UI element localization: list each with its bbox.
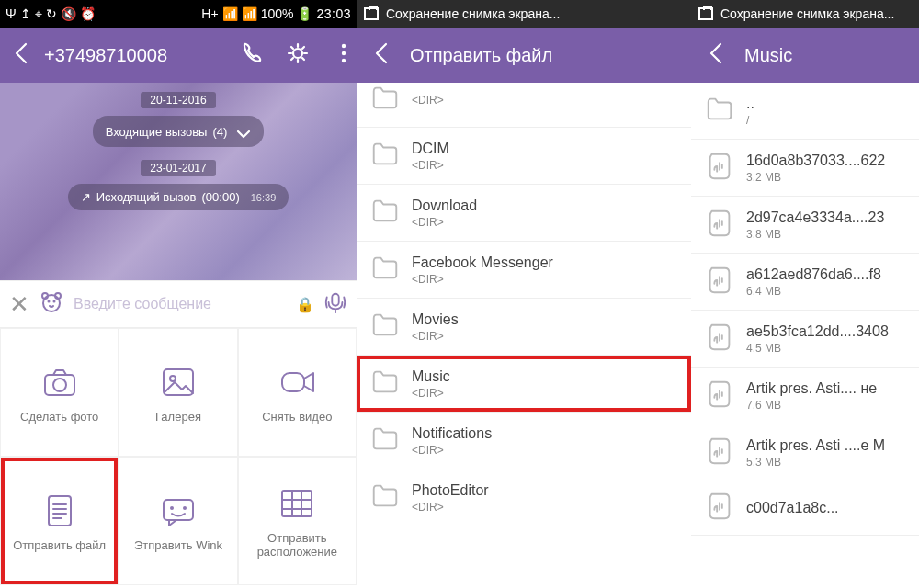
attachment-grid: Сделать фото Галерея Снять видео Отправи…	[0, 328, 357, 585]
screenshot-saving-label: Сохранение снимка экрана...	[386, 6, 560, 21]
list-item[interactable]: Movies<DIR>	[357, 299, 691, 356]
screenshot-icon	[364, 7, 379, 20]
list-item[interactable]: 16d0a8b37033....6223,2 MB	[691, 140, 919, 197]
picker-title: Отправить файл	[410, 45, 552, 66]
list-item[interactable]: DCIM<DIR>	[357, 128, 691, 185]
list-item[interactable]: Facebook Messenger<DIR>	[357, 242, 691, 299]
picker-toolbar: Отправить файл	[357, 28, 691, 83]
list-item[interactable]: ae5b3fca12dd....34084,5 MB	[691, 311, 919, 368]
camera-icon	[40, 362, 80, 402]
file-list[interactable]: ../ 16d0a8b37033....6223,2 MB 2d97ca4e33…	[691, 83, 919, 536]
screen-chat: Ψ ↥ ⌖ ↻ 🔇 ⏰ H+ 📶 📶 100% 🔋 23:03 +3749871…	[0, 0, 357, 588]
mute-icon: 🔇	[61, 7, 76, 20]
battery-text: 100%	[261, 7, 294, 20]
attach-location[interactable]: Отправить расположение	[238, 457, 357, 585]
folder-icon	[704, 94, 735, 129]
folder-icon	[369, 367, 401, 401]
list-item[interactable]: c00d7a1a8c...	[691, 481, 919, 536]
list-item-up[interactable]: ../	[691, 83, 919, 140]
map-icon	[277, 483, 317, 524]
contact-number[interactable]: +37498710008	[44, 45, 239, 66]
folder-icon	[369, 139, 401, 174]
list-item[interactable]: Download<DIR>	[357, 185, 691, 242]
picker-title: Music	[744, 45, 792, 66]
upload-icon: ↥	[20, 7, 31, 20]
back-icon[interactable]	[704, 40, 726, 71]
network-icon: H+	[201, 7, 218, 20]
chat-toolbar: +37498710008	[0, 28, 357, 83]
picker-toolbar: Music	[691, 28, 919, 83]
close-icon[interactable]: ✕	[9, 290, 29, 319]
alarm-icon: ⏰	[80, 7, 96, 20]
list-item[interactable]: a612aed876da6....f86,4 MB	[691, 254, 919, 311]
attach-video[interactable]: Снять видео	[238, 328, 357, 457]
list-item-music[interactable]: Music<DIR>	[357, 356, 691, 413]
list-item[interactable]: <DIR>	[357, 83, 691, 128]
pin-icon: ⌖	[35, 7, 42, 20]
lock-icon[interactable]: 🔒	[296, 296, 314, 313]
audio-file-icon	[704, 435, 735, 470]
image-icon	[158, 362, 199, 402]
highlight-box	[357, 356, 691, 412]
audio-file-icon	[704, 322, 735, 356]
folder-icon	[369, 196, 401, 231]
attach-gallery[interactable]: Галерея	[119, 328, 237, 457]
message-input[interactable]: Введите сообщение	[74, 296, 287, 312]
attach-file[interactable]: Отправить файл	[0, 457, 119, 585]
attach-photo[interactable]: Сделать фото	[0, 328, 119, 457]
chat-body[interactable]: 20-11-2016 Входящие вызовы (4) 23-01-201…	[0, 83, 357, 280]
screen-file-picker: Сохранение снимка экрана... Отправить фа…	[357, 0, 691, 588]
refresh-icon: ↻	[46, 7, 57, 20]
screen-music-folder: Сохранение снимка экрана... Music ../ 16…	[691, 0, 919, 588]
screenshot-icon	[698, 7, 713, 20]
list-item[interactable]: Notifications<DIR>	[357, 413, 691, 469]
list-item[interactable]: Artik pres. Asti.... не7,6 MB	[691, 368, 919, 424]
folder-icon	[369, 253, 401, 288]
composer: ✕ Введите сообщение 🔒	[0, 280, 357, 328]
attach-wink[interactable]: Этправить Wink	[119, 457, 237, 585]
folder-icon	[369, 83, 401, 118]
usb-icon: Ψ	[6, 7, 17, 20]
status-bar: Сохранение снимка экрана...	[357, 0, 691, 28]
audio-file-icon	[704, 265, 735, 300]
settings-icon[interactable]	[285, 40, 311, 70]
more-icon[interactable]	[331, 40, 347, 70]
status-bar: Сохранение снимка экрана...	[691, 0, 919, 28]
back-icon[interactable]	[9, 40, 31, 70]
folder-list[interactable]: <DIR> DCIM<DIR> Download<DIR> Facebook M…	[357, 83, 691, 526]
folder-icon	[369, 424, 401, 458]
list-item[interactable]: PhotoEditor<DIR>	[357, 469, 691, 526]
back-icon[interactable]	[369, 40, 391, 71]
audio-file-icon	[704, 208, 735, 243]
audio-file-icon	[704, 491, 735, 526]
outgoing-call-pill[interactable]: ↗ Исходящий вызов (00:00) 16:39	[68, 184, 289, 210]
battery-icon: 🔋	[297, 7, 312, 20]
incoming-calls-pill[interactable]: Входящие вызовы (4)	[93, 116, 265, 147]
status-bar: Ψ ↥ ⌖ ↻ 🔇 ⏰ H+ 📶 📶 100% 🔋 23:03	[0, 0, 357, 28]
mic-icon[interactable]	[323, 290, 347, 318]
signal-icon: 📶	[222, 7, 238, 20]
list-item[interactable]: 2d97ca4e3334a....233,8 MB	[691, 197, 919, 254]
call-icon[interactable]	[239, 40, 265, 70]
date-separator: 20-11-2016	[141, 92, 215, 108]
signal-icon: 📶	[242, 7, 257, 20]
list-item[interactable]: Artik pres. Asti ....e M5,3 MB	[691, 424, 919, 481]
video-icon	[277, 362, 317, 402]
folder-icon	[369, 310, 401, 345]
sticker-icon[interactable]	[39, 289, 64, 319]
audio-file-icon	[704, 379, 735, 413]
audio-file-icon	[704, 151, 735, 186]
date-separator: 23-01-2017	[141, 160, 215, 176]
folder-icon	[369, 481, 401, 515]
out-arrow-icon: ↗	[81, 190, 91, 204]
file-icon	[40, 491, 80, 531]
wink-icon	[158, 491, 199, 531]
clock: 23:03	[316, 7, 351, 20]
screenshot-saving-label: Сохранение снимка экрана...	[720, 6, 894, 21]
